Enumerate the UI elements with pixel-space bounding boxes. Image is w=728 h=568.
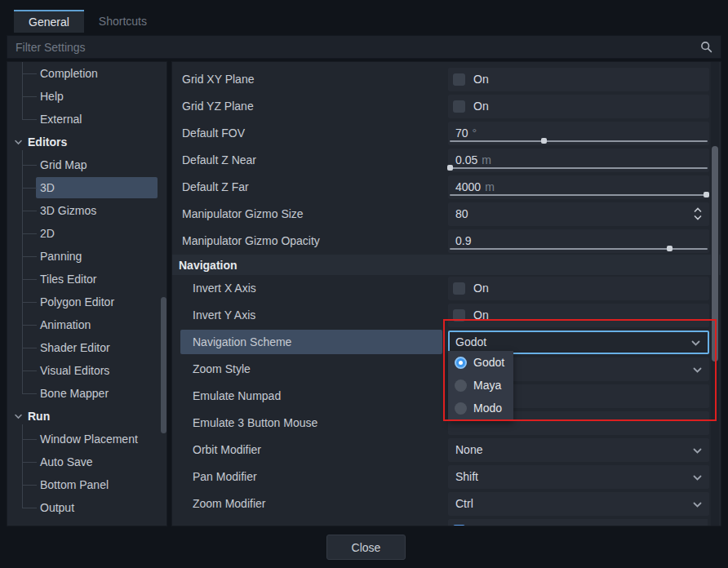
sidebar-item-output[interactable]: Output xyxy=(7,496,166,519)
chevron-down-icon[interactable] xyxy=(692,446,703,456)
slider-handle[interactable] xyxy=(541,138,547,144)
default-z-near-slider[interactable]: 0.05m xyxy=(448,149,709,172)
setting-label: Grid XY Plane xyxy=(182,73,254,86)
radio-icon[interactable] xyxy=(455,402,467,415)
radio-icon[interactable] xyxy=(455,379,467,392)
tree-connector xyxy=(22,211,37,211)
sidebar-item-window-placement[interactable]: Window Placement xyxy=(7,428,166,450)
radio-selected-icon[interactable] xyxy=(455,357,467,369)
setting-label: Zoom Modifier xyxy=(193,497,265,510)
slider-value[interactable]: 4000m xyxy=(455,180,495,193)
sidebar-item-label: Grid Map xyxy=(40,158,87,171)
sidebar-item-2d[interactable]: 2D xyxy=(7,222,166,245)
invert-x-axis-checkbox[interactable]: On xyxy=(448,277,709,300)
chevron-down-icon[interactable] xyxy=(690,338,701,348)
manipulator-gizmo-size-spinbox[interactable]: 80 xyxy=(448,202,709,226)
slider-value[interactable]: 0.9 xyxy=(455,234,471,247)
setting-row-zoom-modifier: Zoom Modifier Ctrl xyxy=(172,490,708,517)
sidebar-item-external[interactable]: External xyxy=(7,108,166,131)
pan-modifier-dropdown[interactable]: Shift xyxy=(448,465,709,489)
invert-y-axis-checkbox[interactable]: On xyxy=(448,304,709,327)
setting-row-default-z-far: Default Z Far 4000m xyxy=(172,174,708,201)
sidebar-item-label: Shader Editor xyxy=(40,341,110,354)
setting-label: Manipulator Gizmo Size xyxy=(182,207,304,220)
sidebar-item-completion[interactable]: Completion xyxy=(7,62,166,85)
spinbox-value[interactable]: 80 xyxy=(455,207,468,220)
manipulator-gizmo-opacity-slider[interactable]: 0.9 xyxy=(448,229,709,253)
slider-track[interactable] xyxy=(450,194,708,196)
checkbox-label: On xyxy=(473,100,489,113)
sidebar-item-label: Polygon Editor xyxy=(40,295,114,308)
checkbox-checked-icon[interactable] xyxy=(453,525,465,526)
chevron-down-icon[interactable] xyxy=(692,473,703,483)
checkbox-icon[interactable] xyxy=(453,73,465,86)
tree-connector xyxy=(22,279,37,280)
setting-label: Grid YZ Plane xyxy=(182,100,254,113)
sidebar-item-editors[interactable]: Editors xyxy=(7,131,166,153)
checkbox-icon[interactable] xyxy=(453,309,465,322)
chevron-down-icon[interactable] xyxy=(692,365,703,375)
setting-label: Pan Modifier xyxy=(193,470,257,483)
chevron-down-icon[interactable] xyxy=(14,412,23,421)
tab-bar: General Shortcuts xyxy=(7,10,162,33)
chevron-down-icon[interactable] xyxy=(692,499,703,510)
sidebar-item-animation[interactable]: Animation xyxy=(7,313,166,336)
sidebar-item-visual-editors[interactable]: Visual Editors xyxy=(7,359,166,382)
unit-suffix: ° xyxy=(473,126,477,140)
checkbox-icon[interactable] xyxy=(453,282,465,295)
sidebar-item-tiles-editor[interactable]: Tiles Editor xyxy=(7,268,166,291)
grid-yz-plane-checkbox[interactable]: On xyxy=(448,95,709,118)
tree-connector xyxy=(22,233,37,234)
option-label: Godot xyxy=(473,356,504,369)
setting-label: Orbit Modifier xyxy=(193,443,261,456)
sidebar-item-label: 3D xyxy=(40,181,55,194)
sidebar-item-bone-mapper[interactable]: Bone Mapper xyxy=(7,382,166,405)
slider-track[interactable] xyxy=(450,140,708,142)
slider-value[interactable]: 70° xyxy=(455,126,477,140)
sidebar-item-run[interactable]: Run xyxy=(7,405,166,428)
setting-row-orbit-modifier: Orbit Modifier None xyxy=(172,437,708,464)
warped-mouse-panning-checkbox[interactable] xyxy=(448,519,708,526)
settings-scrollbar[interactable] xyxy=(712,146,718,362)
sidebar-item-grid-map[interactable]: Grid Map xyxy=(7,153,166,176)
tab-general[interactable]: General xyxy=(14,10,84,33)
sidebar-item-auto-save[interactable]: Auto Save xyxy=(7,450,166,473)
chevron-down-icon[interactable] xyxy=(14,138,23,147)
slider-track[interactable] xyxy=(450,167,708,169)
spinbox-updown-icon[interactable] xyxy=(693,206,703,222)
popup-option-maya[interactable]: Maya xyxy=(448,374,513,397)
dropdown-value: Ctrl xyxy=(455,497,473,510)
slider-handle[interactable] xyxy=(447,165,453,171)
grid-xy-plane-checkbox[interactable]: On xyxy=(448,68,709,91)
slider-value[interactable]: 0.05m xyxy=(455,153,491,166)
value-text: 70 xyxy=(455,126,468,140)
close-button[interactable]: Close xyxy=(326,535,406,560)
setting-label: Default Z Far xyxy=(182,180,249,193)
default-fov-slider[interactable]: 70° xyxy=(448,122,709,145)
checkbox-icon[interactable] xyxy=(453,100,465,113)
setting-row-warped-mouse-panning: Warped Mouse Panning xyxy=(172,517,708,526)
popup-option-modo[interactable]: Modo xyxy=(448,397,513,419)
tab-shortcuts[interactable]: Shortcuts xyxy=(84,10,162,33)
sidebar-item-polygon-editor[interactable]: Polygon Editor xyxy=(7,291,166,313)
sidebar-item-3d-gizmos[interactable]: 3D Gizmos xyxy=(7,199,166,222)
sidebar-item-panning[interactable]: Panning xyxy=(7,245,166,268)
sidebar-item-shader-editor[interactable]: Shader Editor xyxy=(7,336,166,359)
default-z-far-slider[interactable]: 4000m xyxy=(448,175,709,199)
filter-settings-input[interactable]: Filter Settings xyxy=(7,35,721,59)
sidebar-item-3d[interactable]: 3D xyxy=(7,176,166,199)
sidebar-item-help[interactable]: Help xyxy=(7,85,166,108)
zoom-modifier-dropdown[interactable]: Ctrl xyxy=(448,492,709,516)
popup-option-godot[interactable]: Godot xyxy=(448,351,513,374)
slider-handle[interactable] xyxy=(704,192,709,197)
orbit-modifier-dropdown[interactable]: None xyxy=(448,438,709,462)
sidebar-scrollbar[interactable] xyxy=(161,297,166,433)
setting-row-navigation-scheme: Navigation Scheme Godot xyxy=(172,329,708,356)
sidebar-item-bottom-panel[interactable]: Bottom Panel xyxy=(7,473,166,496)
tree-connector xyxy=(22,302,37,303)
checkbox-label: On xyxy=(473,73,489,86)
setting-label: Manipulator Gizmo Opacity xyxy=(182,234,320,247)
sidebar-item-label: Tiles Editor xyxy=(40,273,97,286)
sidebar-item-label: Animation xyxy=(40,318,91,331)
slider-handle[interactable] xyxy=(667,246,673,251)
